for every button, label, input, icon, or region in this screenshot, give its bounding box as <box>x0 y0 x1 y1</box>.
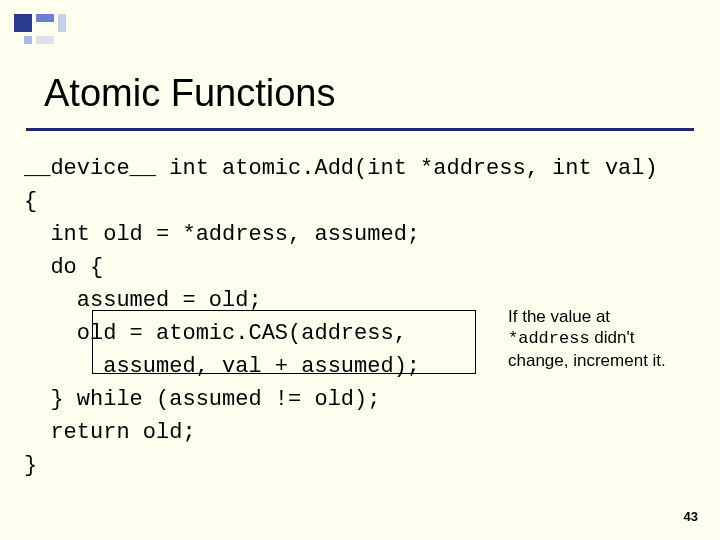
decor-square-icon <box>36 36 54 44</box>
callout-text: If the value at *address didn't change, … <box>508 306 694 371</box>
code-line: } <box>24 453 37 478</box>
decor-square-icon <box>24 36 32 44</box>
code-line: do { <box>24 255 103 280</box>
code-line: int old = *address, assumed; <box>24 222 420 247</box>
decor-square-icon <box>14 14 32 32</box>
slide-title: Atomic Functions <box>44 72 335 115</box>
title-underline <box>26 128 694 131</box>
code-line: } while (assumed != old); <box>24 387 380 412</box>
callout-part: If the value at <box>508 307 610 326</box>
code-line: { <box>24 189 37 214</box>
code-line: return old; <box>24 420 196 445</box>
page-number: 43 <box>684 509 698 524</box>
corner-decoration <box>14 14 62 54</box>
code-highlight-box <box>92 310 476 374</box>
decor-square-icon <box>36 14 54 22</box>
decor-square-icon <box>58 14 66 32</box>
callout-address: *address <box>508 329 590 348</box>
code-line: __device__ int atomic.Add(int *address, … <box>24 156 658 181</box>
